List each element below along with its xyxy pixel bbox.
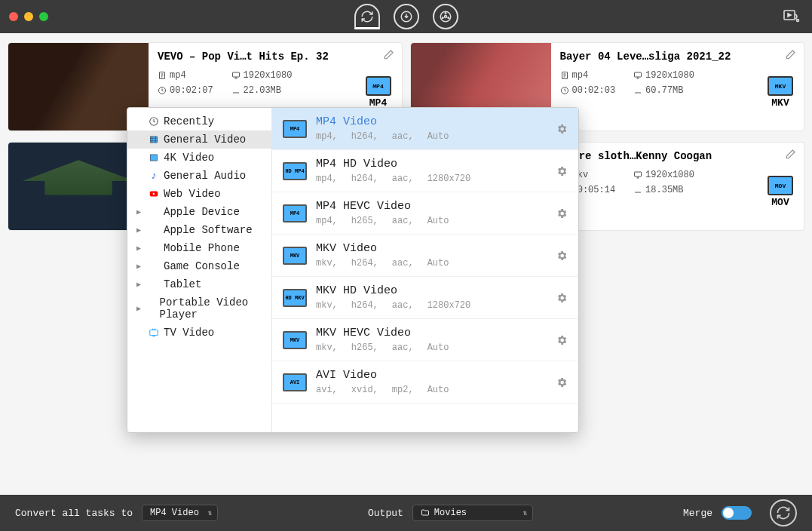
format-detail: mp4,h264,aac,Auto: [316, 131, 547, 142]
youtube-icon: [149, 189, 159, 199]
category-tablet[interactable]: ▶Tablet: [127, 275, 271, 293]
film-icon: [149, 134, 159, 145]
category-label: Apple Device: [164, 206, 240, 218]
svg-rect-24: [150, 330, 158, 336]
category-game-console[interactable]: ▶Game Console: [127, 257, 271, 275]
format-settings-icon[interactable]: [556, 165, 568, 177]
output-label: Output: [368, 508, 403, 519]
category-label: Game Console: [164, 260, 240, 272]
category-label: Apple Software: [164, 224, 253, 236]
merge-label: Merge: [683, 508, 712, 519]
format-icon: HD MKV: [283, 289, 307, 307]
footer-bar: Convert all tasks to MP4 Video Output Mo…: [0, 495, 812, 531]
format-option[interactable]: MP4 MP4 Video mp4,h264,aac,Auto: [272, 108, 578, 150]
svg-rect-19: [635, 172, 642, 176]
close-window-button[interactable]: [9, 12, 18, 21]
format-settings-icon[interactable]: [556, 376, 568, 388]
svg-rect-13: [635, 72, 642, 77]
video-duration: 00:02:07: [158, 85, 213, 96]
video-size: 60.77MB: [633, 85, 694, 96]
category-label: Web Video: [164, 188, 221, 200]
format-option[interactable]: HD MKV MKV HD Video mkv,h264,aac,1280x72…: [272, 277, 578, 319]
category-mobile-phone[interactable]: ▶Mobile Phone: [127, 239, 271, 257]
category-general-audio[interactable]: ♪General Audio: [127, 167, 271, 185]
svg-point-2: [444, 16, 446, 18]
titlebar: [0, 0, 812, 33]
format-category-sidebar: RecentlyGeneral Video4K Video♪General Au…: [127, 108, 272, 432]
library-icon[interactable]: [782, 8, 800, 26]
category-apple-device[interactable]: ▶Apple Device: [127, 203, 271, 221]
start-convert-button[interactable]: [770, 499, 797, 526]
output-folder-select[interactable]: Movies: [412, 505, 533, 521]
arrow-icon: [149, 261, 159, 272]
window-controls: [9, 12, 48, 21]
convert-all-format-select[interactable]: MP4 Video: [142, 505, 218, 521]
format-icon: HD MP4: [283, 162, 307, 180]
film4k-icon: [149, 152, 159, 163]
format-option[interactable]: AVI AVI Video avi,xvid,mp2,Auto: [272, 361, 578, 404]
format-settings-icon[interactable]: [556, 334, 568, 346]
format-name: MKV Video: [316, 242, 547, 255]
category-apple-software[interactable]: ▶Apple Software: [127, 221, 271, 239]
video-format: mp4: [560, 70, 616, 81]
format-option[interactable]: HD MP4 MP4 HD Video mp4,h264,aac,1280x72…: [272, 150, 578, 192]
format-list[interactable]: MP4 MP4 Video mp4,h264,aac,Auto HD MP4 M…: [272, 108, 578, 432]
video-resolution: 1920x1080: [633, 170, 694, 180]
category-general-video[interactable]: General Video: [127, 130, 271, 149]
svg-rect-10: [232, 72, 239, 77]
convert-all-label: Convert all tasks to: [15, 508, 133, 519]
format-picker-popup: RecentlyGeneral Video4K Video♪General Au…: [127, 107, 579, 433]
format-detail: avi,xvid,mp2,Auto: [316, 385, 547, 395]
output-format-badge[interactable]: MOV MOV: [768, 176, 793, 208]
maximize-window-button[interactable]: [39, 12, 48, 21]
output-format-badge[interactable]: MP4 MP4: [366, 76, 391, 109]
convert-mode-tab[interactable]: [354, 4, 380, 29]
format-settings-icon[interactable]: [556, 207, 568, 219]
output-format-badge[interactable]: MKV MKV: [768, 76, 793, 109]
category-label: Mobile Phone: [164, 242, 240, 254]
format-option[interactable]: MKV MKV HEVC Video mkv,h265,aac,Auto: [272, 319, 578, 361]
format-icon: MKV: [283, 247, 307, 265]
video-size: 18.35MB: [633, 185, 694, 195]
category-label: General Video: [164, 134, 246, 146]
category-portable-video-player[interactable]: ▶Portable Video Player: [127, 293, 271, 324]
edit-icon[interactable]: [382, 49, 394, 61]
category-web-video[interactable]: Web Video: [127, 185, 271, 203]
format-detail: mp4,h265,aac,Auto: [316, 216, 547, 226]
category-4k-video[interactable]: 4K Video: [127, 149, 271, 167]
format-detail: mp4,h264,aac,1280x720: [316, 173, 547, 184]
arrow-icon: [147, 303, 155, 314]
format-detail: mkv,h264,aac,1280x720: [316, 300, 547, 311]
format-name: AVI Video: [316, 369, 547, 382]
category-label: General Audio: [164, 170, 246, 182]
arrow-icon: [149, 279, 159, 290]
format-icon: AVI: [283, 373, 307, 391]
arrow-icon: [149, 207, 159, 217]
merge-toggle[interactable]: [722, 506, 752, 520]
format-option[interactable]: MP4 MP4 HEVC Video mp4,h265,aac,Auto: [272, 192, 578, 235]
format-option[interactable]: MKV MKV Video mkv,h264,aac,Auto: [272, 235, 578, 277]
format-detail: mkv,h265,aac,Auto: [316, 342, 547, 353]
format-name: MKV HD Video: [316, 284, 547, 297]
video-resolution: 1920x1080: [231, 70, 293, 81]
edit-icon[interactable]: [784, 149, 796, 161]
format-name: MKV HEVC Video: [316, 327, 547, 339]
format-settings-icon[interactable]: [556, 250, 568, 262]
folder-icon: [421, 508, 430, 517]
format-icon: MP4: [283, 204, 307, 223]
download-mode-tab[interactable]: [394, 4, 419, 29]
category-recently[interactable]: Recently: [127, 112, 271, 130]
category-tv-video[interactable]: TV Video: [127, 324, 271, 342]
video-duration: 00:02:03: [560, 85, 616, 96]
video-title: VEVO – Pop Vi…t Hits Ep. 32: [158, 51, 393, 63]
media-mode-tab[interactable]: [433, 4, 458, 29]
category-label: Portable Video Player: [160, 296, 262, 321]
format-name: MP4 HD Video: [316, 158, 547, 170]
minimize-window-button[interactable]: [24, 12, 33, 21]
format-settings-icon[interactable]: [556, 292, 568, 304]
format-settings-icon[interactable]: [556, 123, 568, 135]
format-icon: MP4: [283, 120, 307, 138]
category-label: Recently: [164, 115, 214, 127]
arrow-icon: [149, 225, 159, 235]
edit-icon[interactable]: [784, 49, 796, 61]
